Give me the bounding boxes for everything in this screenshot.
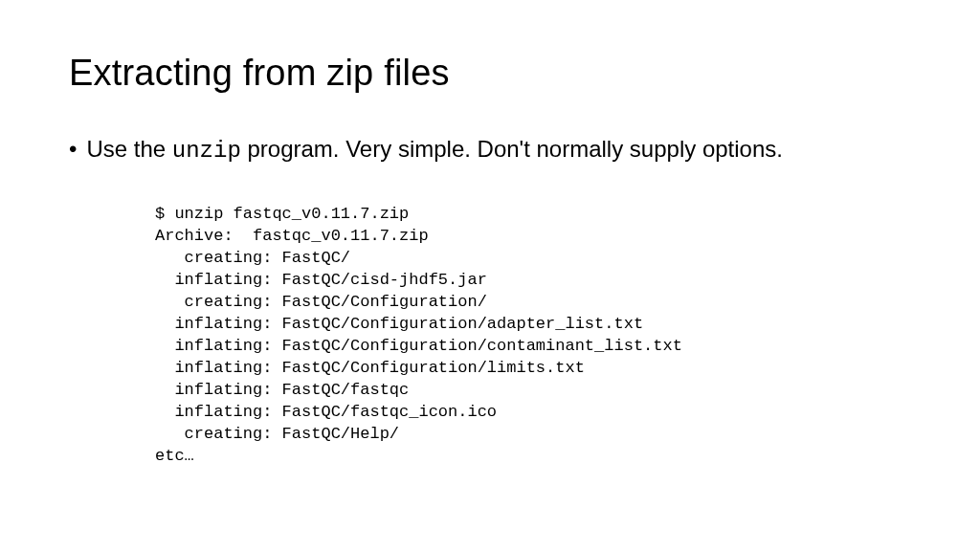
code-block: $ unzip fastqc_v0.11.7.zip Archive: fast… bbox=[155, 204, 911, 467]
bullet-command: unzip bbox=[172, 138, 241, 164]
bullet-text: Use the unzip program. Very simple. Don'… bbox=[86, 134, 783, 165]
bullet-item: • Use the unzip program. Very simple. Do… bbox=[69, 134, 911, 165]
bullet-post: program. Very simple. Don't normally sup… bbox=[241, 136, 783, 162]
slide-title: Extracting from zip files bbox=[69, 53, 911, 94]
bullet-pre: Use the bbox=[86, 136, 171, 162]
bullet-marker: • bbox=[69, 134, 77, 164]
